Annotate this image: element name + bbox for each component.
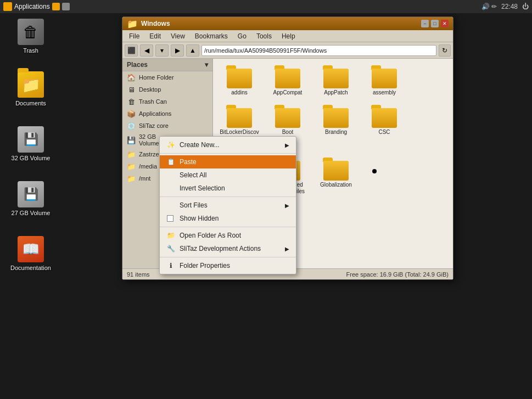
menu-bookmarks[interactable]: Bookmarks	[191, 31, 232, 41]
window-maximize-btn[interactable]: □	[431, 20, 439, 27]
taskbar-left: Applications	[3, 2, 70, 11]
file-label-branding: Branding	[325, 129, 347, 136]
cm-sep-1	[160, 153, 296, 154]
slitaz-actions-arrow: ▶	[285, 246, 289, 252]
file-label-appcompat: AppCompat	[273, 89, 303, 96]
desktop-icon-trash[interactable]: 🗑 Trash	[9, 19, 53, 54]
file-item-branding[interactable]: Branding	[314, 103, 358, 151]
file-item-globalization[interactable]: Globalization	[314, 155, 358, 197]
menu-edit[interactable]: Edit	[145, 31, 165, 41]
zastrzezone-icon: 📁	[127, 150, 136, 159]
cm-sort-files-label: Sort Files	[180, 201, 208, 209]
cm-invert-selection[interactable]: Invert Selection	[160, 182, 296, 195]
status-item-count: 91 items	[127, 271, 150, 278]
cm-paste-label: Paste	[180, 158, 197, 166]
cm-folder-properties[interactable]: ℹ Folder Properties	[160, 259, 296, 272]
toolbar-forward-btn[interactable]: ▶	[171, 44, 184, 57]
taskbar-app-label: Applications	[14, 3, 50, 10]
desktop-icon-documentation[interactable]: 📖 Documentation	[9, 236, 53, 271]
taskbar-max-btn[interactable]	[62, 3, 70, 10]
menu-go[interactable]: Go	[233, 31, 251, 41]
32gb-drive-icon: 💾	[18, 126, 44, 153]
home-icon: 🏠	[127, 73, 136, 82]
open-as-root-icon: 📁	[166, 231, 175, 240]
sidebar-header-label: Places	[127, 61, 148, 69]
file-label-csc: CSC	[378, 129, 390, 136]
toolbar-reload-btn[interactable]: ↻	[439, 44, 451, 57]
folder-icon-csc	[371, 105, 397, 128]
file-item-assembly[interactable]: assembly	[362, 63, 406, 98]
desktop-icon-sidebar: 🖥	[127, 85, 136, 94]
trash-label: Trash	[23, 47, 38, 54]
sidebar-item-home[interactable]: 🏠 Home Folder	[122, 71, 212, 83]
app-icon	[3, 2, 12, 11]
desktop-icon-27gb[interactable]: 💾 27 GB Volume	[9, 181, 53, 216]
folder-icon-boot	[275, 105, 301, 128]
menu-file[interactable]: File	[125, 31, 144, 41]
cm-slitaz-actions[interactable]: 🔧 SliTaz Development Actions ▶	[160, 242, 296, 255]
file-label-globalization: Globalization	[320, 182, 352, 188]
window-titlebar: 📁 Windows − □ ✕	[122, 17, 453, 30]
slitaz-icon: 💿	[127, 121, 136, 130]
status-free-space: Free space: 16.9 GiB (Total: 24.9 GiB)	[346, 271, 449, 278]
mnt-icon: 📁	[127, 174, 136, 183]
folder-properties-icon: ℹ	[166, 261, 175, 270]
file-item-apppatch[interactable]: AppPatch	[314, 63, 358, 98]
toolbar-icon-btn[interactable]: ⬛	[125, 44, 138, 57]
toolbar-back-btn[interactable]: ◀	[140, 44, 153, 57]
sidebar-item-applications[interactable]: 📦 Applications	[122, 108, 212, 120]
file-label-boot: Boot	[282, 129, 294, 136]
toolbar-dropdown-btn[interactable]: ▾	[155, 44, 169, 57]
window-controls: − □ ✕	[421, 20, 449, 27]
cm-select-all[interactable]: Select All	[160, 168, 296, 182]
sidebar-collapse-btn[interactable]: ▾	[205, 61, 208, 69]
desktop-icon-documents[interactable]: 📁 Documents	[9, 71, 53, 106]
32gb-icon-sidebar: 💾	[127, 136, 136, 144]
file-label-addins: addins	[231, 89, 247, 96]
file-item-csc[interactable]: CSC	[362, 103, 406, 151]
select-all-icon	[166, 171, 175, 179]
paste-icon: 📋	[166, 158, 175, 166]
address-bar[interactable]	[201, 45, 436, 56]
cm-open-as-root-label: Open Folder As Root	[180, 232, 241, 239]
taskbar-time: 22:48	[501, 3, 518, 10]
show-hidden-check	[167, 215, 173, 222]
sidebar-item-trash[interactable]: 🗑 Trash Can	[122, 95, 212, 108]
file-item-addins[interactable]: addins	[217, 63, 261, 98]
cm-create-new[interactable]: ✨ Create New... ▶	[160, 138, 296, 151]
cm-open-as-root[interactable]: 📁 Open Folder As Root	[160, 229, 296, 242]
sidebar-item-slitaz[interactable]: 💿 SliTaz core	[122, 120, 212, 132]
cm-show-hidden[interactable]: Show Hidden	[160, 212, 296, 225]
sidebar-media-label: /media	[139, 163, 157, 170]
folder-icon-assembly	[371, 65, 397, 88]
slitaz-actions-icon: 🔧	[166, 244, 175, 253]
documentation-label: Documentation	[10, 265, 51, 271]
cm-paste[interactable]: 📋 Paste	[160, 155, 296, 168]
32gb-label: 32 GB Volume	[12, 155, 51, 161]
file-item-appcompat[interactable]: AppCompat	[266, 63, 310, 98]
sidebar-item-desktop[interactable]: 🖥 Desktop	[122, 83, 212, 95]
desktop-icon-32gb[interactable]: 💾 32 GB Volume	[9, 126, 53, 161]
taskbar-min-btn[interactable]	[52, 3, 60, 10]
create-new-arrow: ▶	[285, 142, 289, 148]
cm-slitaz-actions-label: SliTaz Development Actions	[180, 245, 261, 252]
file-label-apppatch: AppPatch	[324, 89, 348, 96]
show-hidden-checkbox	[166, 214, 175, 223]
cm-folder-properties-label: Folder Properties	[180, 262, 230, 269]
window-minimize-btn[interactable]: −	[421, 20, 429, 27]
menu-help[interactable]: Help	[277, 31, 300, 41]
taskbar-icons: 🔊 ✏	[481, 3, 497, 10]
cm-select-all-label: Select All	[180, 171, 206, 179]
folder-icon-globalization	[323, 158, 349, 181]
sidebar-home-label: Home Folder	[139, 74, 174, 81]
sort-files-arrow: ▶	[285, 203, 289, 209]
sidebar-desktop-label: Desktop	[139, 86, 161, 93]
sidebar-slitaz-label: SliTaz core	[139, 122, 169, 129]
cm-sort-files[interactable]: Sort Files ▶	[160, 199, 296, 212]
menu-tools[interactable]: Tools	[252, 31, 276, 41]
taskbar-power-icon: ⏻	[522, 3, 529, 10]
toolbar-up-btn[interactable]: ▲	[186, 44, 199, 57]
menu-view[interactable]: View	[166, 31, 189, 41]
window-close-btn[interactable]: ✕	[441, 20, 449, 27]
invert-selection-icon	[166, 184, 175, 193]
